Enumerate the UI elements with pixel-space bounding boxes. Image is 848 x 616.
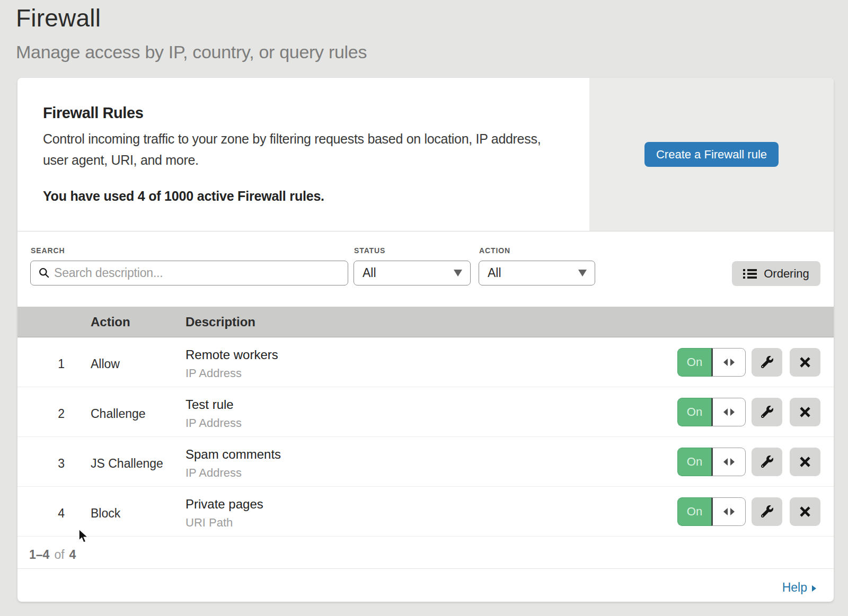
action-select[interactable]: All	[479, 261, 595, 285]
column-description: Description	[186, 315, 834, 329]
close-icon	[800, 357, 810, 368]
rule-enabled-toggle[interactable]: On	[677, 398, 746, 426]
wrench-icon	[761, 505, 773, 517]
create-firewall-rule-button[interactable]: Create a Firewall rule	[644, 142, 779, 167]
rule-description-cell: Private pages URI Path	[186, 487, 677, 536]
rule-controls: On	[677, 398, 834, 426]
close-icon	[800, 407, 810, 417]
help-link[interactable]: Help	[782, 581, 816, 595]
rule-row: 4 Block Private pages URI Path On	[17, 487, 834, 537]
delete-rule-button[interactable]	[790, 398, 820, 426]
toggle-on-label: On	[677, 348, 711, 377]
rule-number: 4	[17, 506, 91, 521]
rule-description-cell: Spam comments IP Address	[186, 437, 677, 486]
rule-description: Test rule	[186, 397, 677, 413]
delete-rule-button[interactable]	[790, 348, 820, 377]
firewall-rules-card: Firewall Rules Control incoming traffic …	[17, 78, 834, 602]
rule-enabled-toggle[interactable]: On	[677, 348, 746, 377]
edit-rule-button[interactable]	[752, 497, 782, 526]
edit-rule-button[interactable]	[752, 448, 782, 476]
rules-table-body: 1 Allow Remote workers IP Address On	[17, 337, 834, 537]
rule-action: Block	[91, 506, 186, 521]
arrow-left-icon	[723, 408, 728, 416]
search-label: SEARCH	[30, 246, 348, 255]
edit-rule-button[interactable]	[752, 398, 782, 426]
rule-enabled-toggle[interactable]: On	[677, 497, 746, 526]
edit-rule-button[interactable]	[752, 348, 782, 377]
rule-row: 2 Challenge Test rule IP Address On	[17, 387, 834, 437]
wrench-icon	[761, 356, 773, 368]
arrow-right-icon	[730, 359, 735, 366]
rule-row: 3 JS Challenge Spam comments IP Address …	[17, 437, 834, 487]
status-value: All	[363, 266, 376, 280]
toggle-arrows[interactable]	[711, 448, 746, 476]
card-top-section: Firewall Rules Control incoming traffic …	[17, 78, 834, 231]
rule-controls: On	[677, 348, 834, 377]
toggle-on-label: On	[677, 497, 711, 526]
rule-match-type: IP Address	[186, 416, 677, 431]
ordered-list-icon	[743, 268, 757, 280]
page-title: Firewall	[16, 4, 367, 32]
search-icon	[39, 267, 50, 279]
section-description: Control incoming traffic to your zone by…	[43, 128, 564, 171]
rule-description-cell: Test rule IP Address	[186, 387, 677, 436]
rule-controls: On	[677, 497, 834, 526]
rule-description: Private pages	[186, 496, 677, 512]
status-select[interactable]: All	[354, 261, 471, 285]
toggle-arrows[interactable]	[711, 348, 746, 377]
arrow-left-icon	[723, 458, 728, 466]
ordering-label: Ordering	[764, 267, 809, 281]
status-label: STATUS	[354, 246, 471, 255]
firewall-rules-intro: Firewall Rules Control incoming traffic …	[17, 78, 589, 231]
rule-match-type: IP Address	[186, 366, 677, 381]
pagination: 1–4 of 4	[17, 537, 834, 569]
toggle-on-label: On	[677, 448, 711, 476]
rule-action: Challenge	[91, 407, 186, 421]
action-label: ACTION	[479, 246, 595, 255]
pagination-of: of	[54, 548, 64, 562]
arrow-right-icon	[730, 408, 735, 416]
action-value: All	[488, 266, 501, 280]
search-box	[30, 261, 348, 285]
rule-description-cell: Remote workers IP Address	[186, 337, 677, 387]
rule-controls: On	[677, 448, 834, 476]
delete-rule-button[interactable]	[790, 497, 820, 526]
rule-match-type: IP Address	[186, 466, 677, 480]
toggle-arrows[interactable]	[711, 497, 746, 526]
rule-enabled-toggle[interactable]: On	[677, 448, 746, 476]
rule-number: 2	[17, 407, 91, 421]
pagination-total: 4	[69, 548, 76, 562]
chevron-down-icon	[454, 270, 462, 276]
arrow-left-icon	[723, 508, 728, 515]
wrench-icon	[761, 406, 773, 418]
action-filter: ACTION All	[479, 246, 595, 307]
search-filter: SEARCH	[30, 246, 348, 307]
filter-bar: SEARCH STATUS All ACTION All	[17, 231, 834, 307]
wrench-icon	[761, 456, 773, 468]
delete-rule-button[interactable]	[790, 448, 820, 476]
usage-summary: You have used 4 of 1000 active Firewall …	[43, 189, 564, 204]
toggle-arrows[interactable]	[711, 398, 746, 426]
close-icon	[800, 506, 810, 517]
toggle-on-label: On	[677, 398, 711, 426]
status-filter: STATUS All	[354, 246, 471, 307]
rule-description: Remote workers	[186, 347, 677, 363]
arrow-right-icon	[730, 508, 735, 515]
rule-action: JS Challenge	[91, 457, 186, 471]
page-header: Firewall Manage access by IP, country, o…	[16, 4, 367, 63]
ordering-button[interactable]: Ordering	[732, 261, 820, 286]
rule-row: 1 Allow Remote workers IP Address On	[17, 337, 834, 387]
arrow-left-icon	[723, 359, 728, 366]
rule-number: 1	[17, 357, 91, 371]
arrow-right-icon	[730, 458, 735, 466]
column-action: Action	[91, 315, 186, 329]
section-heading: Firewall Rules	[43, 104, 564, 122]
help-row: Help	[17, 569, 834, 602]
page-subtitle: Manage access by IP, country, or query r…	[16, 42, 367, 63]
rule-number: 3	[17, 457, 91, 471]
table-header: Action Description	[17, 307, 834, 337]
close-icon	[800, 457, 810, 467]
search-input[interactable]	[30, 261, 348, 285]
pagination-range: 1–4	[29, 548, 49, 562]
arrow-right-icon	[812, 585, 816, 592]
